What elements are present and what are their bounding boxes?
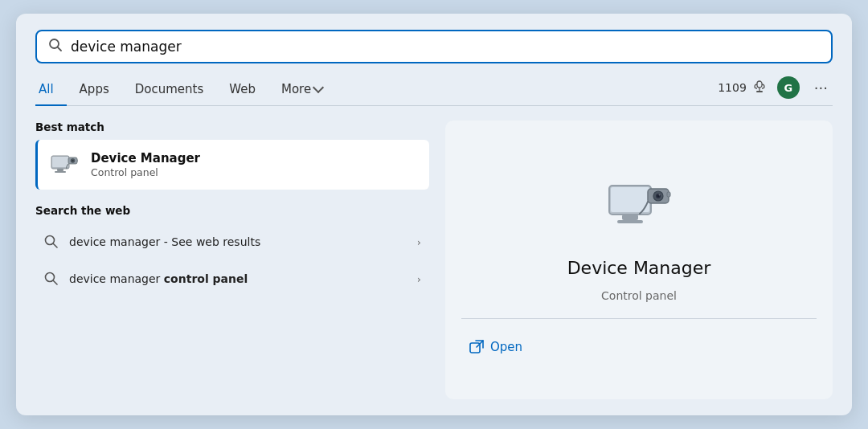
user-avatar[interactable]: G	[777, 76, 800, 99]
nav-right-area: 1109 G ···	[718, 76, 833, 105]
search-panel: All Apps Documents Web More 1109 G ···	[16, 14, 852, 415]
svg-rect-19	[622, 214, 638, 220]
search-input[interactable]	[71, 39, 820, 55]
nav-score: 1109	[718, 80, 768, 96]
content-area: Best match	[35, 121, 833, 399]
svg-rect-7	[57, 169, 63, 171]
svg-point-11	[72, 160, 74, 162]
detail-title: Device Manager	[567, 258, 711, 278]
web-search-icon-2	[43, 271, 59, 287]
web-search-icon-1	[43, 234, 59, 250]
svg-rect-4	[756, 91, 763, 92]
match-info: Device Manager Control panel	[91, 151, 200, 178]
svg-rect-12	[76, 160, 78, 162]
svg-rect-20	[617, 220, 643, 223]
web-result-1[interactable]: device manager - See web results ›	[35, 225, 429, 259]
svg-rect-8	[55, 171, 66, 173]
best-match-label: Best match	[35, 121, 429, 133]
web-result-2[interactable]: device manager control panel ›	[35, 262, 429, 296]
svg-line-14	[54, 244, 58, 248]
divider	[461, 318, 817, 319]
open-external-icon	[469, 340, 484, 354]
svg-line-1	[58, 47, 61, 51]
device-manager-app-icon	[49, 149, 80, 180]
search-icon	[48, 38, 63, 55]
tab-web[interactable]: Web	[216, 77, 268, 106]
trophy-icon	[751, 80, 768, 96]
svg-point-13	[46, 236, 55, 245]
tab-apps[interactable]: Apps	[67, 77, 122, 106]
web-result-text-1: device manager - See web results	[69, 235, 407, 248]
svg-rect-6	[52, 157, 68, 167]
best-match-item[interactable]: Device Manager Control panel	[35, 140, 429, 190]
match-title: Device Manager	[91, 151, 200, 165]
svg-rect-2	[757, 81, 762, 88]
match-subtitle: Control panel	[91, 166, 200, 178]
open-button[interactable]: Open	[461, 335, 530, 359]
more-options-button[interactable]: ···	[809, 78, 833, 98]
web-result-chevron-1: ›	[417, 236, 421, 248]
chevron-down-icon	[313, 82, 324, 93]
svg-rect-26	[667, 192, 670, 197]
detail-app-icon	[603, 170, 675, 242]
tab-all[interactable]: All	[35, 77, 67, 106]
nav-tabs: All Apps Documents Web More 1109 G ···	[35, 76, 833, 106]
svg-point-15	[46, 273, 55, 282]
web-result-text-2: device manager control panel	[69, 272, 407, 285]
tab-more[interactable]: More	[268, 77, 335, 106]
svg-line-16	[54, 281, 58, 285]
web-result-chevron-2: ›	[417, 273, 421, 285]
right-panel: Device Manager Control panel Open	[445, 121, 833, 399]
web-section-label: Search the web	[35, 204, 429, 217]
left-panel: Best match	[35, 121, 429, 399]
search-bar	[35, 30, 833, 63]
detail-subtitle: Control panel	[601, 289, 677, 302]
tab-documents[interactable]: Documents	[122, 77, 217, 106]
svg-point-25	[659, 194, 661, 195]
